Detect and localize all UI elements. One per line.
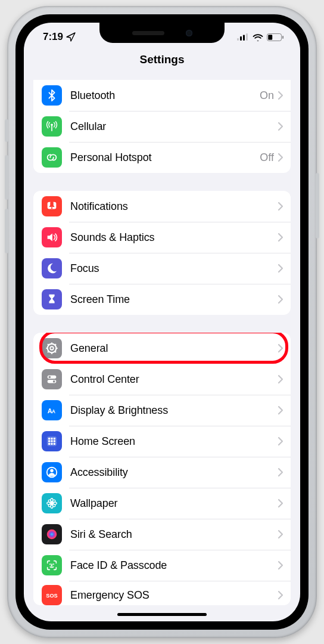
chevron-right-icon	[278, 499, 284, 508]
svg-point-46	[53, 504, 55, 507]
settings-group: Bluetooth On Cellular Personal Hotspot O…	[33, 80, 291, 173]
chevron-right-icon	[278, 374, 284, 384]
svg-point-11	[50, 346, 54, 350]
svg-point-23	[53, 380, 55, 383]
svg-rect-32	[54, 440, 55, 442]
settings-row-personal-hotspot[interactable]: Personal Hotspot Off	[33, 142, 291, 173]
home-indicator[interactable]	[117, 613, 207, 616]
person-icon	[42, 462, 62, 482]
page-title: Settings	[140, 53, 185, 66]
wifi-icon	[253, 33, 263, 41]
svg-rect-29	[54, 438, 55, 439]
svg-line-19	[48, 351, 49, 352]
row-label: Emergency SOS	[70, 589, 278, 602]
svg-point-37	[50, 469, 54, 473]
settings-row-siri[interactable]: Siri & Search	[33, 519, 291, 550]
chevron-right-icon	[278, 264, 284, 273]
svg-point-45	[48, 504, 51, 507]
status-time: 7:19	[43, 31, 63, 43]
settings-row-screentime[interactable]: Screen Time	[33, 284, 291, 315]
svg-rect-2	[243, 35, 245, 41]
chevron-right-icon	[278, 436, 284, 446]
row-label: Siri & Search	[70, 528, 278, 541]
moon-icon	[42, 258, 62, 278]
settings-row-control-center[interactable]: Control Center	[33, 364, 291, 395]
row-label: Notifications	[70, 200, 278, 213]
row-label: Display & Brightness	[70, 404, 278, 417]
battery-icon	[267, 33, 284, 41]
svg-point-44	[53, 500, 55, 502]
row-label: Wallpaper	[70, 497, 278, 510]
hourglass-icon	[42, 289, 62, 309]
svg-point-49	[53, 564, 54, 565]
row-label: Bluetooth	[70, 89, 260, 102]
faceid-icon	[42, 555, 62, 575]
settings-row-general[interactable]: General	[33, 333, 291, 364]
svg-rect-31	[51, 440, 52, 442]
row-label: Accessibility	[70, 466, 278, 479]
settings-row-focus[interactable]: Focus	[33, 253, 291, 284]
link-icon	[42, 147, 62, 168]
nav-bar: Settings	[24, 51, 300, 75]
antenna-icon	[42, 116, 62, 137]
svg-line-18	[55, 344, 56, 345]
settings-row-bluetooth[interactable]: Bluetooth On	[33, 80, 291, 111]
settings-list[interactable]: Bluetooth On Cellular Personal Hotspot O…	[24, 80, 300, 621]
settings-row-home-screen[interactable]: Home Screen	[33, 426, 291, 457]
svg-point-21	[49, 376, 51, 379]
siri-icon	[42, 524, 62, 544]
row-label: Screen Time	[70, 293, 278, 306]
settings-row-accessibility[interactable]: Accessibility	[33, 457, 291, 488]
svg-rect-28	[51, 438, 52, 439]
row-label: Sounds & Haptics	[70, 231, 278, 244]
svg-rect-6	[268, 35, 272, 40]
svg-line-17	[55, 351, 56, 352]
settings-group: General Control Center AA Display & Brig…	[33, 333, 291, 605]
chevron-right-icon	[278, 153, 284, 162]
svg-text:A: A	[52, 409, 55, 414]
row-label: Control Center	[70, 373, 278, 386]
gear-icon	[42, 338, 62, 358]
chevron-right-icon	[278, 405, 284, 415]
svg-rect-1	[240, 36, 242, 41]
settings-group: Notifications Sounds & Haptics Focus Scr…	[33, 191, 291, 315]
svg-point-9	[51, 207, 53, 209]
chevron-right-icon	[278, 122, 284, 131]
settings-row-sounds[interactable]: Sounds & Haptics	[33, 222, 291, 253]
svg-point-38	[51, 502, 53, 504]
flower-icon	[42, 493, 62, 513]
row-label: General	[70, 342, 278, 355]
chevron-right-icon	[278, 233, 284, 242]
svg-rect-34	[51, 443, 52, 445]
svg-point-48	[50, 564, 51, 565]
svg-rect-5	[282, 36, 284, 39]
svg-rect-3	[246, 33, 248, 41]
settings-row-wallpaper[interactable]: Wallpaper	[33, 488, 291, 519]
chevron-right-icon	[278, 530, 284, 539]
row-label: Personal Hotspot	[70, 151, 260, 164]
row-label: Home Screen	[70, 435, 278, 448]
settings-row-faceid[interactable]: Face ID & Passcode	[33, 550, 291, 581]
svg-rect-35	[54, 443, 55, 445]
svg-point-43	[48, 500, 51, 502]
chevron-right-icon	[278, 202, 284, 211]
settings-row-sos[interactable]: SOS Emergency SOS	[33, 581, 291, 605]
aa-icon: AA	[42, 400, 62, 420]
sos-icon: SOS	[42, 585, 62, 605]
svg-rect-30	[48, 440, 50, 442]
bell-icon	[42, 196, 62, 216]
row-value: Off	[260, 151, 274, 164]
svg-point-10	[48, 344, 57, 353]
cell-signal-icon	[237, 33, 249, 41]
svg-text:SOS: SOS	[46, 593, 57, 599]
grid-icon	[42, 431, 62, 451]
svg-point-47	[47, 530, 57, 540]
row-label: Focus	[70, 262, 278, 275]
chevron-right-icon	[278, 590, 284, 600]
settings-row-cellular[interactable]: Cellular	[33, 111, 291, 142]
settings-row-notifications[interactable]: Notifications	[33, 191, 291, 222]
settings-row-display[interactable]: AA Display & Brightness	[33, 395, 291, 426]
svg-line-16	[48, 344, 49, 345]
chevron-right-icon	[278, 561, 284, 570]
svg-rect-0	[237, 38, 239, 41]
